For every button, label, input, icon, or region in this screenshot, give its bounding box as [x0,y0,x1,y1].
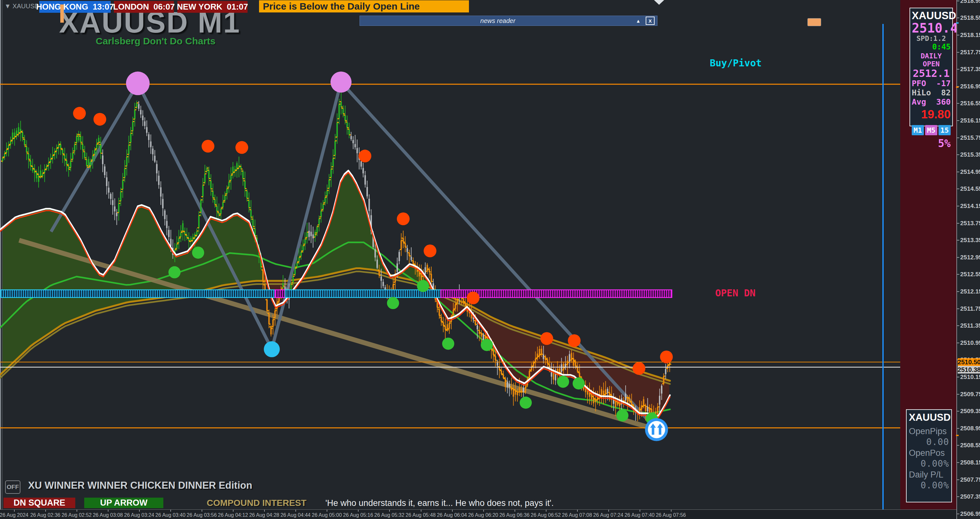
price-tick-label: 2511.75 [960,305,980,312]
off-toggle-button[interactable]: OFF [5,481,21,494]
axis-marker-blue [956,22,959,24]
time-tick-label: 26 Aug 03:08 [93,512,123,518]
time-tick-label: 26 Aug 07:56 [656,512,686,518]
ask-price-tag: 2510.50 [958,358,980,366]
price-tick [957,103,959,103]
price-chart[interactable] [0,0,980,509]
dropdown-arrow-icon: ▼ [5,3,11,10]
time-tick [327,510,327,512]
time-tick-label: 26 Aug 03:24 [124,512,154,518]
quote-text: 'He who understands it, earns it... He w… [325,498,554,508]
time-tick [139,510,140,512]
dn-square-button[interactable]: DN SQUARE [3,498,75,508]
dailypl-value: 0.00% [909,480,949,491]
time-tick-label: 26 Aug 2024 [0,512,29,518]
price-tick [957,309,959,309]
price-tick-label: 2514.55 [960,185,980,193]
price-tick [957,69,959,70]
price-tick [957,120,959,121]
price-tick [957,154,959,155]
time-tick [640,510,640,512]
time-tick-label: 26 Aug 07:40 [625,512,655,518]
price-tick-label: 2513.35 [960,237,980,244]
avg-label: Avg [912,97,926,107]
price-tick [957,411,959,411]
price-tick-label: 2509.75 [960,391,980,398]
timeframe-buttons: M1 M5 15 [912,125,951,135]
price-tick [957,52,959,53]
time-tick [546,510,546,512]
spread-value: SPD:1.2 [912,35,951,43]
time-tick-label: 26 Aug 03:40 [155,512,185,518]
time-tick [295,510,296,512]
hilo-label: HiLo [912,88,931,97]
hilo-row: HiLo 82 [912,88,951,97]
time-tick-label: 26 Aug 06:36 [499,512,529,518]
orange-marker-bar [60,5,64,23]
right-side-panel: XAUUSD 2510.4 SPD:1.2 0:45 DAILY OPEN 25… [900,0,956,509]
pfo-row: PFO -17 [912,79,951,88]
time-tick-label: 26 Aug 04:28 [249,512,279,518]
price-tick [957,257,959,258]
daily-open-value: 2512.1 [912,68,951,79]
time-tick [515,510,515,512]
time-tick-label: 26 Aug 07:24 [593,512,624,518]
time-tick [608,510,609,512]
price-tick-label: 2514.15 [960,202,980,210]
time-tick-label: 26 Aug 06:20 [468,512,498,518]
price-tick-label: 2518.55 [960,14,980,21]
chart-watermark-subtitle: Carlsberg Don't Do Charts [96,36,216,46]
time-tick-label: 26 Aug 07:08 [562,512,592,518]
avg-value: 360 [936,97,951,107]
price-tick-label: 2508.95 [960,425,980,432]
time-tick [76,510,77,512]
time-tick [264,510,265,512]
session-city: NEW YORK [177,2,222,12]
percent-value: 5% [912,137,951,150]
news-reader-bar[interactable]: news reader ▲ X [360,16,657,26]
tf-button-m5[interactable]: M5 [925,125,937,135]
price-tick [957,325,959,326]
collapse-icon[interactable]: ▲ [636,18,641,24]
openpos-label: OpenPos [909,447,949,459]
time-tick [202,510,202,512]
time-axis[interactable]: 26 Aug 202426 Aug 02:3626 Aug 02:5226 Au… [0,509,980,519]
time-tick [577,510,578,512]
price-tick-label: 2509.35 [960,408,980,415]
price-tick [957,496,959,497]
price-tick-label: 2513.75 [960,220,980,227]
close-icon[interactable]: X [646,17,655,25]
price-tick [957,223,959,224]
current-price: 2510.4 [912,22,951,35]
price-axis[interactable]: 2510.50 2510.38 2518.952518.552518.15251… [956,0,980,519]
price-tick [957,377,959,377]
price-tick-label: 2512.95 [960,254,980,261]
candle-timer: 0:45 [912,43,951,51]
price-tick-label: 2518.95 [960,0,980,5]
price-tick [957,428,959,429]
price-tick-label: 2512.15 [960,288,980,295]
price-tick [957,514,959,514]
price-tick [957,274,959,275]
tf-button-15[interactable]: 15 [939,125,951,135]
trade-symbol: XAUUSD [909,412,949,423]
price-tick [957,172,959,172]
time-tick [421,510,422,512]
buy-pivot-label: Buy/Pivot [710,57,762,68]
news-reader-title: news reader [360,17,636,25]
time-tick [483,510,484,512]
compound-interest-label: COMPOUND INTEREST [207,498,307,508]
session-city: LONDON [113,2,149,12]
price-tick-label: 2507.35 [960,493,980,500]
time-tick-label: 26 Aug 06:04 [437,512,467,518]
up-arrow-button[interactable]: UP ARROW [84,498,163,508]
time-tick [108,510,108,512]
time-tick-label: 26 Aug 05:16 [343,512,373,518]
tf-button-m1[interactable]: M1 [912,125,924,135]
time-tick [45,510,46,512]
price-tick [957,206,959,206]
time-tick-label: 26 Aug 05:32 [374,512,404,518]
price-tick-label: 2516.15 [960,117,980,124]
quote-stats-panel: XAUUSD 2510.4 SPD:1.2 0:45 DAILY OPEN 25… [910,8,953,126]
time-tick [233,510,234,512]
